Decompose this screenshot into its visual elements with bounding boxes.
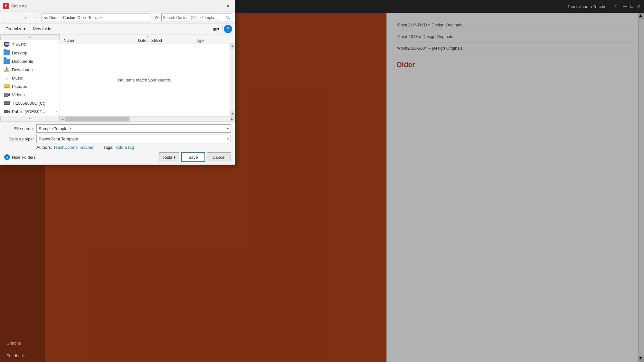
save-type-row: Save as type: PowerPoint Template ▾ [4, 135, 231, 143]
nav-item-desktop[interactable]: Desktop [0, 49, 60, 57]
save-type-value: PowerPoint Template [39, 137, 227, 141]
cancel-label: Cancel [213, 155, 225, 160]
cancel-button[interactable]: Cancel [207, 152, 231, 162]
save-button[interactable]: Save [181, 152, 205, 162]
svg-rect-2 [6, 46, 8, 46]
breadcrumb-nav-icon: ≪ [44, 15, 48, 20]
dialog-close-button[interactable]: ✕ [224, 2, 232, 10]
col-header-date[interactable]: Date modified [136, 38, 194, 43]
h-scroll-right-arrow[interactable]: ► [230, 117, 235, 122]
drive-net-icon [4, 109, 10, 114]
breadcrumb-dropdown-arrow[interactable]: ▾ [100, 16, 102, 19]
add-tag-link[interactable]: Add a tag [116, 145, 134, 150]
sort-arrow-up[interactable]: ▲ [60, 34, 235, 38]
v-scroll-up-arrow[interactable]: ▲ [230, 43, 235, 49]
nav-scroll-up[interactable]: ▲ [0, 34, 60, 40]
v-scroll-down-arrow[interactable]: ▼ [230, 111, 235, 116]
nav-item-downloads-label: Downloads [12, 67, 57, 72]
nav-item-desktop-label: Desktop [12, 51, 57, 55]
file-name-value: Sample Template [39, 126, 227, 131]
dropdown-history-button[interactable]: ▾ [21, 13, 30, 22]
thispc-icon [4, 42, 10, 47]
organize-button[interactable]: Organize ▾ [3, 25, 28, 33]
dialog-content-pane: ▲ Name Date modified Type No items match… [60, 34, 235, 121]
svg-rect-1 [5, 43, 9, 45]
nav-item-drive-net[interactable]: Public (\\DESKT... ▾ [0, 107, 60, 116]
content-h-scrollbar[interactable]: ◄ ► [60, 116, 235, 121]
dialog-body: ▲ This PC Desktop [0, 34, 235, 121]
nav-item-thispc[interactable]: This PC [0, 40, 60, 49]
search-input[interactable] [163, 15, 224, 20]
organize-arrow-icon: ▾ [24, 26, 26, 31]
powerpoint-icon: P [3, 3, 9, 9]
pictures-icon [4, 84, 10, 89]
help-button[interactable]: ? [224, 25, 232, 33]
up-button[interactable]: ↑ [31, 13, 40, 22]
tools-button[interactable]: Tools ▾ [159, 152, 179, 162]
nav-item-documents-label: Documents [12, 59, 57, 64]
view-icon: ▦ [213, 27, 217, 31]
view-button[interactable]: ▦ ▾ [210, 25, 223, 33]
svg-rect-18 [5, 103, 7, 104]
svg-rect-7 [6, 67, 7, 69]
h-scroll-left-arrow[interactable]: ◄ [60, 117, 65, 122]
nav-item-videos[interactable]: Videos [0, 90, 60, 99]
nav-item-drive-c-label: TI10658600C (C:) [12, 101, 57, 106]
hide-folders-button[interactable]: Hide Folders [4, 154, 36, 160]
file-name-label: File name: [4, 126, 36, 131]
nav-item-thispc-label: This PC [12, 42, 57, 47]
nav-item-pictures[interactable]: Pictures [0, 82, 60, 90]
footer-buttons: Hide Folders Tools ▾ Save Cancel [4, 152, 231, 162]
refresh-button[interactable]: ⟳ [153, 14, 161, 22]
downloads-icon [4, 67, 10, 72]
nav-item-drive-net-label: Public (\\DESKT... [12, 109, 53, 114]
h-scroll-track [65, 117, 230, 121]
v-scroll-track [230, 49, 235, 111]
file-name-dropdown-arrow[interactable]: ▾ [227, 127, 229, 130]
authors-tags-row: Authors: TeachUcomp Teacher Tags: Add a … [4, 145, 231, 150]
svg-rect-21 [5, 111, 8, 112]
nav-item-videos-label: Videos [12, 92, 57, 97]
svg-rect-3 [5, 46, 8, 47]
back-button[interactable]: ← [2, 13, 11, 22]
svg-marker-13 [8, 93, 10, 96]
file-name-input[interactable]: Sample Template ▾ [36, 124, 231, 133]
save-type-label: Save as type: [4, 137, 36, 141]
breadcrumb-part2: Custom Office Tem... [63, 15, 99, 20]
new-folder-button[interactable]: New folder [30, 25, 55, 33]
search-icon[interactable]: 🔍 [226, 15, 231, 20]
svg-marker-20 [8, 110, 10, 113]
nav-item-drive-c[interactable]: TI10658600C (C:) [0, 99, 60, 107]
dialog-nav-pane: ▲ This PC Desktop [0, 34, 60, 121]
tools-label: Tools [163, 155, 172, 160]
view-arrow-icon: ▾ [217, 27, 219, 31]
nav-item-downloads[interactable]: Downloads [0, 65, 60, 74]
nav-item-pictures-label: Pictures [12, 84, 57, 89]
save-type-dropdown-arrow[interactable]: ▾ [227, 137, 229, 141]
col-header-type[interactable]: Type [194, 38, 233, 43]
dialog-title: Save As [11, 4, 224, 8]
authors-value[interactable]: TeachUcomp Teacher [53, 145, 94, 150]
svg-rect-5 [4, 70, 9, 72]
nav-scroll-down[interactable]: ▼ [0, 116, 60, 121]
authors-label: Authors: [36, 145, 52, 150]
tools-arrow-icon: ▾ [174, 155, 176, 160]
documents-icon [4, 59, 10, 64]
nav-item-music[interactable]: ♪ Music [0, 74, 60, 82]
music-icon: ♪ [4, 75, 10, 81]
hide-folders-icon [4, 154, 10, 160]
nav-item-documents[interactable]: Documents [0, 57, 60, 65]
col-header-name[interactable]: Name [62, 38, 136, 43]
svg-rect-14 [5, 93, 8, 96]
save-type-select[interactable]: PowerPoint Template ▾ [36, 135, 231, 143]
svg-point-10 [5, 85, 6, 86]
breadcrumb-sep1: › [61, 16, 62, 19]
content-v-scrollbar[interactable]: ▲ ▼ [230, 43, 235, 116]
tags-label: Tags: [103, 145, 113, 150]
breadcrumb-bar[interactable]: ≪ Doc... › Custom Office Tem... ▾ [42, 14, 151, 22]
nav-item-music-label: Music [12, 76, 57, 81]
content-area: No items match your search. [60, 43, 230, 116]
nav-item-expand-arrow[interactable]: ▾ [55, 110, 57, 113]
h-scroll-thumb[interactable] [65, 117, 129, 121]
forward-button[interactable]: → [11, 13, 20, 22]
